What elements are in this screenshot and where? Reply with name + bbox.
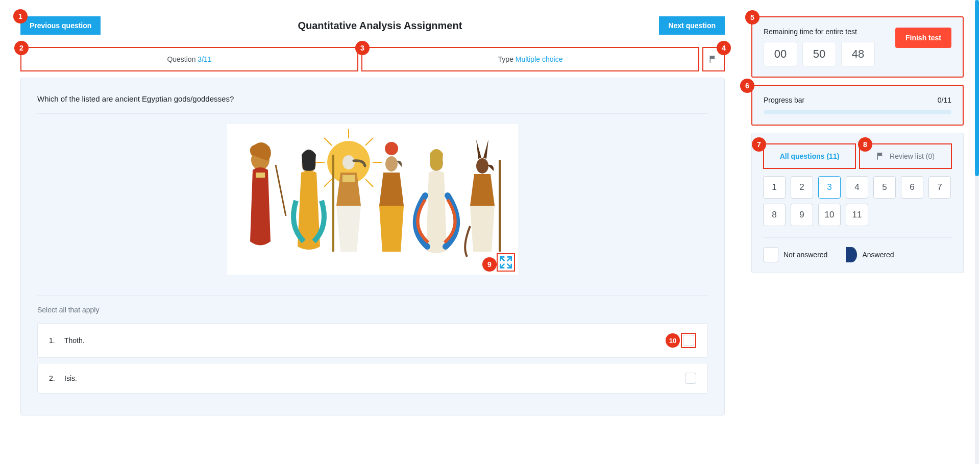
- flag-question-button[interactable]: 4: [702, 47, 725, 71]
- annotation-badge-6: 6: [740, 79, 754, 93]
- svg-point-17: [385, 142, 398, 155]
- progress-card: 6 Progress bar 0/11: [751, 85, 964, 126]
- question-nav-3[interactable]: 3: [818, 176, 841, 199]
- next-question-button[interactable]: Next question: [659, 16, 725, 35]
- option-number: 1.: [49, 336, 64, 345]
- tab-review-list[interactable]: 8 Review list (0): [859, 143, 952, 169]
- svg-rect-11: [256, 173, 265, 178]
- timer-minutes: 50: [802, 42, 836, 66]
- annotation-badge-5: 5: [745, 10, 760, 25]
- option-number: 2.: [49, 374, 64, 382]
- legend-swatch-not-answered: [763, 247, 778, 262]
- timer-hours: 00: [764, 42, 797, 66]
- question-type-label: Type: [498, 55, 516, 63]
- svg-rect-15: [342, 175, 355, 182]
- annotation-badge-9: 9: [482, 257, 497, 272]
- progress-label: Progress bar: [764, 96, 804, 104]
- question-nav-5[interactable]: 5: [873, 176, 896, 199]
- svg-point-14: [342, 155, 355, 169]
- expand-icon: [498, 254, 514, 271]
- legend: Not answered Answered: [763, 237, 952, 262]
- question-image: 9: [227, 124, 518, 275]
- answer-option-1[interactable]: 1. Thoth. 10: [37, 323, 708, 358]
- question-nav-card: 7 All questions (11) 8 Review list (0) 1…: [751, 133, 964, 273]
- question-type-value: Multiple choice: [516, 55, 563, 63]
- annotation-badge-10: 10: [666, 333, 680, 348]
- progress-value: 0/11: [938, 96, 951, 104]
- question-nav-6[interactable]: 6: [901, 176, 923, 199]
- scrollbar-thumb[interactable]: [975, 0, 979, 176]
- annotation-badge-2: 2: [14, 41, 29, 55]
- question-grid: 1234567891011: [763, 176, 952, 226]
- legend-not-answered-label: Not answered: [783, 251, 827, 259]
- flag-icon: [876, 152, 886, 161]
- tab-all-questions[interactable]: 7 All questions (11): [763, 143, 856, 169]
- annotation-badge-4: 4: [717, 41, 731, 55]
- question-type-cell: 3 Type Multiple choice: [361, 47, 699, 71]
- svg-point-20: [476, 158, 488, 174]
- question-counter-label: Question: [167, 55, 198, 63]
- tab-all-label: All questions (11): [780, 152, 840, 160]
- question-nav-9[interactable]: 9: [791, 204, 813, 226]
- timer-label: Remaining time for entire test: [764, 28, 875, 36]
- flag-icon: [709, 55, 718, 64]
- annotation-badge-1: 1: [13, 9, 28, 23]
- answer-instruction: Select all that apply: [37, 306, 708, 314]
- finish-test-button[interactable]: Finish test: [895, 28, 951, 48]
- question-counter-value: 3/11: [198, 55, 211, 63]
- tab-review-label: Review list (0): [890, 152, 935, 160]
- question-nav-8[interactable]: 8: [763, 204, 786, 226]
- option-label: Isis.: [64, 374, 685, 382]
- timer-card: 5 Remaining time for entire test 00 50 4…: [751, 16, 964, 78]
- annotation-badge-7: 7: [752, 137, 766, 152]
- question-nav-2[interactable]: 2: [791, 176, 813, 199]
- legend-swatch-answered: [846, 247, 857, 262]
- option-label: Thoth.: [64, 336, 681, 345]
- expand-image-button[interactable]: [497, 253, 515, 272]
- egyptian-gods-illustration: [227, 124, 518, 275]
- annotation-badge-8: 8: [858, 137, 872, 152]
- previous-question-button[interactable]: Previous question: [20, 16, 101, 35]
- question-nav-4[interactable]: 4: [846, 176, 868, 199]
- question-nav-7[interactable]: 7: [928, 176, 951, 199]
- legend-answered-label: Answered: [862, 251, 894, 259]
- question-panel: Which of the listed are ancient Egyptian…: [20, 78, 725, 416]
- question-text: Which of the listed are ancient Egyptian…: [37, 94, 708, 114]
- timer-seconds: 48: [841, 42, 875, 66]
- svg-point-18: [385, 156, 398, 172]
- question-nav-1[interactable]: 1: [763, 176, 786, 199]
- question-nav-10[interactable]: 10: [818, 204, 841, 226]
- question-nav-11[interactable]: 11: [846, 204, 868, 226]
- annotation-badge-3: 3: [355, 41, 370, 55]
- option-checkbox[interactable]: [685, 373, 696, 384]
- answer-option-2[interactable]: 2. Isis.: [37, 363, 708, 394]
- option-checkbox[interactable]: [683, 335, 694, 346]
- progress-track: [764, 110, 951, 114]
- question-counter-cell: 2 Question 3/11: [20, 47, 358, 71]
- assignment-title: Quantitative Analysis Assignment: [298, 20, 462, 32]
